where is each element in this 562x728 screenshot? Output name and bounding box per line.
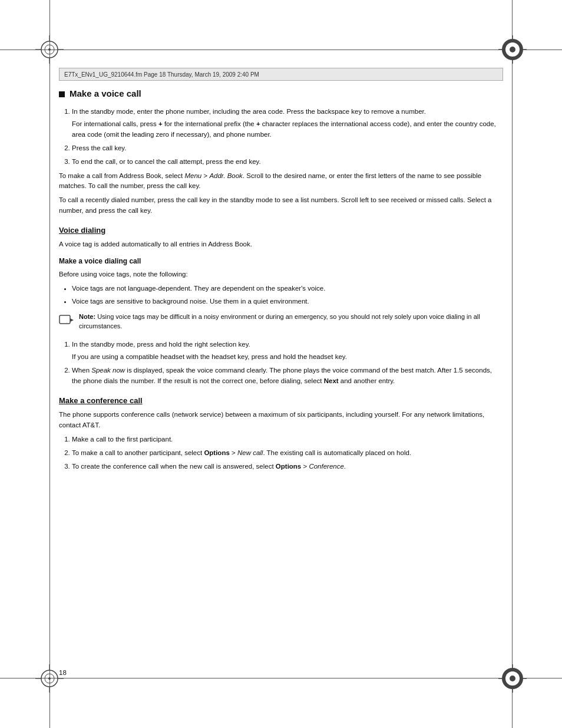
bullet-1-text: Voice tags are not language-dependent. T…	[72, 285, 325, 292]
section-make-voice-dialing-heading: Make a voice dialing call	[59, 256, 503, 266]
cc-step-2-text: To make a call to another participant, s…	[72, 449, 411, 456]
svg-rect-28	[59, 315, 70, 324]
note-icon	[59, 312, 74, 328]
bullet-2: Voice tags are sensitive to background n…	[72, 297, 503, 307]
section-make-voice-call-heading: Make a voice call	[59, 87, 503, 101]
vd-step-1-sub: If you are using a compatible headset wi…	[72, 352, 503, 363]
vd-step-1-text: In the standby mode, press and hold the …	[72, 341, 250, 348]
header-bar-text: E7Tx_ENv1_UG_9210644.fm Page 18 Thursday…	[64, 71, 259, 78]
bullet-2-text: Voice tags are sensitive to background n…	[72, 298, 309, 305]
section-conference-call-heading: Make a conference call	[59, 395, 503, 407]
step-1: In the standby mode, enter the phone num…	[72, 107, 503, 140]
conference-call-title: Make a conference call	[59, 396, 143, 405]
vd-step-2: When Speak now is displayed, speak the v…	[72, 365, 503, 387]
vline-left	[49, 0, 50, 728]
svg-point-2	[48, 48, 51, 51]
section-make-voice-call-title: Make a voice call	[70, 87, 141, 101]
section-voice-dialing-heading: Voice dialing	[59, 225, 503, 236]
step-2-text: Press the call key.	[72, 144, 126, 151]
page: E7Tx_ENv1_UG_9210644.fm Page 18 Thursday…	[0, 0, 562, 728]
make-voice-dialing-title: Make a voice dialing call	[59, 257, 141, 265]
cc-step-1-text: Make a call to the first participant.	[72, 436, 173, 443]
corner-mark-tl	[35, 35, 64, 64]
voice-dialing-intro: A voice tag is added automatically to al…	[59, 239, 503, 250]
step-1-sub: For international calls, press + for the…	[72, 119, 503, 140]
vd-step-2-text: When Speak now is displayed, speak the v…	[72, 367, 492, 384]
make-voice-call-steps: In the standby mode, enter the phone num…	[72, 107, 503, 167]
voice-dialing-steps: In the standby mode, press and hold the …	[72, 340, 503, 387]
make-voice-call-para2: To call a recently dialed number, press …	[59, 195, 503, 216]
cc-step-3: To create the conference call when the n…	[72, 462, 503, 472]
bullet-1: Voice tags are not language-dependent. T…	[72, 284, 503, 294]
main-content: Make a voice call In the standby mode, e…	[59, 87, 503, 669]
step-1-text: In the standby mode, enter the phone num…	[72, 108, 426, 115]
voice-dialing-bullets: Voice tags are not language-dependent. T…	[72, 284, 503, 307]
vd-step-1: In the standby mode, press and hold the …	[72, 340, 503, 363]
section-voice-dialing-title: Voice dialing	[59, 226, 105, 235]
page-number: 18	[59, 669, 67, 676]
conference-call-steps: Make a call to the first participant. To…	[72, 434, 503, 472]
cc-step-2: To make a call to another participant, s…	[72, 448, 503, 459]
make-voice-call-para1: To make a call from Address Book, select…	[59, 171, 503, 192]
step-3-text: To end the call, or to cancel the call a…	[72, 158, 261, 165]
voice-dialing-before: Before using voice tags, note the follow…	[59, 269, 503, 280]
corner-mark-tr	[498, 35, 527, 64]
section-bullet-icon	[59, 91, 65, 97]
svg-marker-29	[70, 318, 74, 322]
conference-call-intro: The phone supports conference calls (net…	[59, 410, 503, 431]
step-2: Press the call key.	[72, 143, 503, 154]
hline-bottom	[0, 678, 562, 678]
cc-step-1: Make a call to the first participant.	[72, 434, 503, 445]
svg-point-16	[48, 677, 51, 680]
hline-top	[0, 50, 562, 50]
vline-right	[512, 0, 513, 728]
header-bar: E7Tx_ENv1_UG_9210644.fm Page 18 Thursday…	[59, 68, 503, 81]
step-3: To end the call, or to cancel the call a…	[72, 157, 503, 167]
note-text: Note: Using voice tags may be difficult …	[79, 312, 503, 331]
note-label: Note:	[79, 313, 95, 320]
cc-step-3-text: To create the conference call when the n…	[72, 463, 346, 470]
svg-point-23	[510, 676, 515, 681]
svg-point-9	[510, 47, 515, 52]
note-box: Note: Using voice tags may be difficult …	[59, 312, 503, 335]
note-body: Using voice tags may be difficult in a n…	[79, 313, 480, 330]
